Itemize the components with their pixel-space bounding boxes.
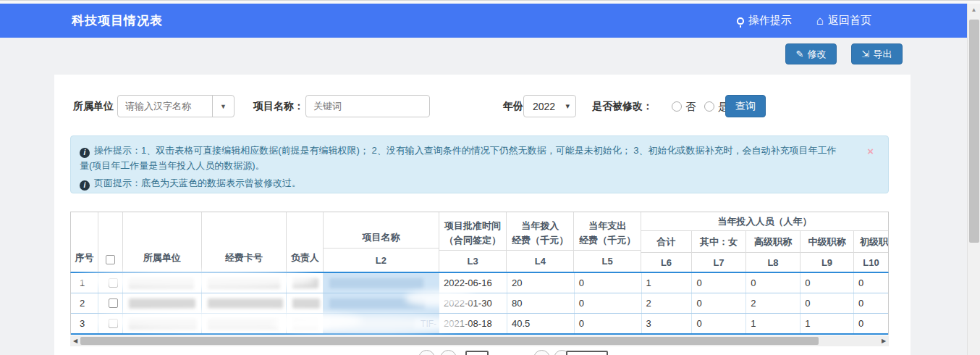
info-icon: i <box>80 180 90 191</box>
export-button[interactable]: ⇲ 导出 <box>851 43 903 64</box>
col-header-card: 经费卡号 <box>202 212 287 272</box>
cell-fund-out: 0 <box>575 314 642 333</box>
notice-line1: 操作提示：1、双击表格可直接编辑相应数据(前提是有编辑权限)； 2、没有输入查询… <box>80 145 837 171</box>
pagination-prev-button[interactable] <box>418 350 435 355</box>
approve-time-label-1: 项目批准时间 <box>444 219 501 233</box>
vertical-scrollbar[interactable]: ▲ <box>967 4 980 355</box>
col-header-senior: 高级职称 L8 <box>746 231 801 272</box>
cell-no: 2 <box>71 293 98 313</box>
pagination-next-button[interactable] <box>440 350 457 355</box>
project-filter-label: 项目名称： <box>253 100 304 113</box>
col-header-female: 其中：女 L7 <box>692 231 746 272</box>
cell-total: 2 <box>642 293 693 313</box>
junior-label: 初级职称 <box>854 231 888 253</box>
close-icon[interactable]: × <box>867 143 874 159</box>
horizontal-scrollbar[interactable]: ◀ ▶ <box>70 335 889 346</box>
notice-line2: 页面提示：底色为天蓝色的数据表示曾被修改过。 <box>94 178 301 188</box>
table-row[interactable]: 3 TIF- 2021-08-18 40.5 0 3 0 1 1 0 <box>71 314 888 335</box>
total-code: L6 <box>641 253 691 272</box>
table-row[interactable]: 1 2022-06-16 20 0 1 0 0 0 0 <box>71 273 888 293</box>
project-name-input[interactable] <box>305 95 430 117</box>
search-button-label: 查询 <box>735 100 756 113</box>
pagination-page-size-select[interactable] <box>566 351 608 355</box>
lightbulb-icon <box>737 17 744 25</box>
unit-combobox[interactable]: ▼ <box>117 95 235 117</box>
fund-in-label-2: 经费（千元） <box>512 233 568 248</box>
scroll-up-icon[interactable]: ▲ <box>968 4 980 16</box>
modified-filter-label: 是否被修改： <box>592 100 653 113</box>
content-card: 所属单位 ▼ 项目名称： 年份： 2022 ▾ 是否被修改： 否 是 查询 i操… <box>54 75 911 355</box>
cell-card <box>202 314 287 333</box>
row-checkbox[interactable] <box>109 319 118 328</box>
approve-time-label-2: （合同签定） <box>444 233 501 248</box>
cell-unit <box>123 273 202 293</box>
edit-button[interactable]: ✎ 修改 <box>785 43 837 64</box>
col-header-total: 合计 L6 <box>641 231 692 272</box>
cell-approve-date: 2021-08-18 <box>439 314 507 333</box>
row-checkbox[interactable] <box>109 298 118 308</box>
cell-middle: 0 <box>801 273 854 293</box>
col-header-unit: 所属单位 <box>123 212 202 272</box>
caret-down-icon: ▼ <box>220 103 227 110</box>
table-row[interactable]: 2 2022-01-30 80 0 2 0 2 0 0 <box>71 293 888 314</box>
cell-project-name <box>324 273 439 293</box>
modified-yes-radio[interactable] <box>704 101 714 112</box>
female-label: 其中：女 <box>692 231 745 253</box>
fund-in-label-1: 当年拨入 <box>521 219 559 233</box>
scroll-right-icon[interactable]: ▶ <box>879 338 889 344</box>
cell-unit <box>123 293 202 313</box>
export-button-label: 导出 <box>873 48 892 61</box>
select-all-checkbox[interactable] <box>106 255 115 264</box>
cell-select <box>98 293 123 313</box>
table-header: 序号 所属单位 经费卡号 负责人 项目名称 L2 项目批准时间 （合同签定） L… <box>70 212 889 273</box>
unit-input[interactable] <box>118 96 212 117</box>
year-select[interactable]: 2022 ▾ <box>523 95 576 117</box>
total-label: 合计 <box>641 231 691 253</box>
cell-unit <box>123 314 202 333</box>
cell-select <box>98 273 123 293</box>
cell-project-name <box>324 293 439 313</box>
junior-code: L10 <box>854 253 888 272</box>
chevron-down-icon: ▾ <box>565 101 570 111</box>
col-header-no: 序号 <box>71 212 98 272</box>
middle-label: 中级职称 <box>801 231 853 253</box>
cell-total: 1 <box>642 273 693 293</box>
female-code: L7 <box>692 253 745 272</box>
year-select-value: 2022 <box>533 101 555 112</box>
edit-button-label: 修改 <box>807 48 826 61</box>
unit-dropdown-button[interactable]: ▼ <box>212 96 234 117</box>
pagination-refresh-button[interactable] <box>533 350 550 355</box>
vertical-scrollbar-thumb[interactable] <box>969 20 979 243</box>
senior-code: L8 <box>746 253 800 272</box>
project-name-label: 项目名称 <box>324 212 439 248</box>
info-icon: i <box>80 148 90 158</box>
col-header-leader: 负责人 <box>287 212 324 272</box>
col-header-fund-in: 当年拨入 经费（千元） L4 <box>507 212 574 272</box>
cell-leader <box>287 293 324 313</box>
cell-leader <box>287 314 324 333</box>
cell-junior: 0 <box>854 293 888 313</box>
cell-approve-date: 2022-06-16 <box>439 273 507 293</box>
cell-leader <box>287 273 324 293</box>
cell-no: 1 <box>71 273 98 293</box>
col-header-select <box>98 212 123 272</box>
scroll-left-icon[interactable]: ◀ <box>70 338 80 344</box>
fund-out-code: L5 <box>574 251 641 272</box>
modified-no-radio[interactable] <box>672 101 682 112</box>
cell-card <box>202 273 287 293</box>
search-button[interactable]: 查询 <box>725 95 766 117</box>
cell-fund-out: 0 <box>575 293 642 313</box>
horizontal-scrollbar-thumb[interactable] <box>80 337 819 345</box>
projects-table: 序号 所属单位 经费卡号 负责人 项目名称 L2 项目批准时间 （合同签定） L… <box>70 212 889 335</box>
row-checkbox[interactable] <box>109 278 118 288</box>
cell-junior: 0 <box>854 314 888 333</box>
cell-project-name: TIF- <box>324 314 439 333</box>
col-header-fund-out: 当年支出 经费（千元） L5 <box>574 212 641 272</box>
approve-time-code: L3 <box>439 251 507 272</box>
home-link[interactable]: ⌂ 返回首页 <box>816 14 871 28</box>
cell-female: 0 <box>692 314 746 333</box>
tips-link[interactable]: 操作提示 <box>737 14 792 28</box>
personnel-group-label: 当年投入人员（人年） <box>641 212 888 231</box>
pagination-page-input[interactable] <box>465 351 489 355</box>
cell-card <box>202 293 287 313</box>
